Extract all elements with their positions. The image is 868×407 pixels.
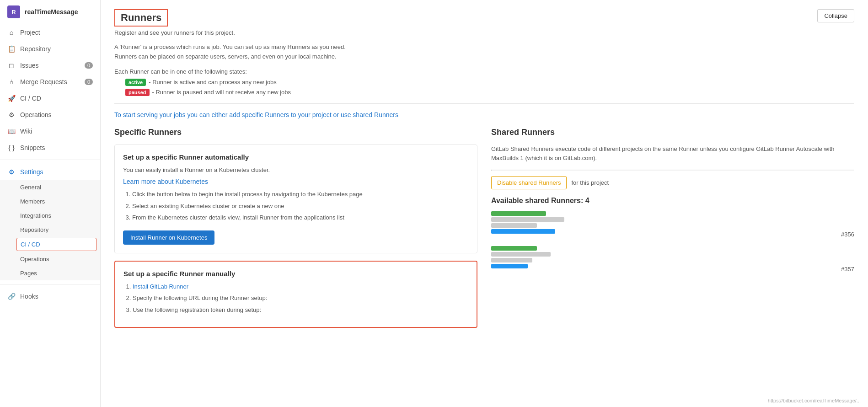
- runner-entry-356: #356: [491, 211, 854, 238]
- desc-line1: A 'Runner' is a process which runs a job…: [114, 43, 854, 52]
- subtitle: Register and see your runners for this p…: [114, 29, 854, 36]
- manual-step-2: Specify the following URL during the Run…: [133, 294, 468, 303]
- auto-steps-list: Click the button below to begin the inst…: [123, 190, 469, 222]
- rocket-icon: 🚀: [7, 94, 16, 102]
- sidebar-item-label: Settings: [20, 168, 43, 176]
- sidebar-item-settings[interactable]: ⚙ Settings: [0, 164, 100, 180]
- sidebar-header: R realTimeMessage: [0, 0, 100, 24]
- page-header: Runners Collapse: [114, 9, 854, 27]
- state-active-item: active - Runner is active and can proces…: [125, 79, 854, 86]
- sidebar-sub-ci-cd[interactable]: CI / CD: [16, 238, 96, 251]
- sidebar-sub-menu: General Members Integrations Repository …: [0, 180, 100, 280]
- sidebar-nav: ⌂ Project 📋 Repository ◻ Issues 0 ⑃ Merg…: [0, 24, 100, 407]
- sidebar-item-issues[interactable]: ◻ Issues 0: [0, 57, 100, 74]
- runner-bar-gray1: [491, 217, 564, 222]
- paused-badge: paused: [125, 89, 150, 96]
- two-column-layout: Specific Runners Set up a specific Runne…: [114, 128, 854, 336]
- shared-runners-col: Shared Runners GitLab Shared Runners exe…: [491, 128, 854, 336]
- bottom-link: https://bitbucket.com/realTimeMessage/..…: [768, 398, 861, 403]
- description: A 'Runner' is a process which runs a job…: [114, 43, 854, 62]
- auto-step-1: Click the button below to begin the inst…: [132, 190, 469, 199]
- auto-card-desc: You can easily install a Runner on a Kub…: [123, 166, 469, 175]
- sidebar-sub-repository[interactable]: Repository: [0, 223, 100, 237]
- sidebar-item-label: Snippets: [20, 144, 45, 151]
- sidebar-item-label: Repository: [20, 45, 51, 53]
- collapse-button[interactable]: Collapse: [817, 9, 854, 22]
- runner-entry-row-356: #356: [491, 211, 854, 238]
- sidebar-item-label: Project: [20, 29, 40, 36]
- sidebar-item-wiki[interactable]: 📖 Wiki: [0, 123, 100, 139]
- sidebar-item-project[interactable]: ⌂ Project: [0, 24, 100, 41]
- divider2: [0, 284, 100, 284]
- sidebar-item-label: Wiki: [20, 128, 32, 135]
- sidebar-item-merge-requests[interactable]: ⑃ Merge Requests 0: [0, 74, 100, 90]
- sidebar-item-label: Operations: [20, 111, 51, 118]
- sidebar-sub-integrations[interactable]: Integrations: [0, 209, 100, 223]
- runner-id-356: #356: [841, 231, 854, 238]
- sidebar-item-label: Hooks: [20, 293, 38, 300]
- manual-step-3: Use the following registration token dur…: [133, 305, 468, 315]
- install-gitlab-runner-link[interactable]: Install GitLab Runner: [133, 283, 188, 290]
- runner-bars-357: [491, 246, 551, 270]
- sidebar-item-repository[interactable]: 📋 Repository: [0, 41, 100, 57]
- page-title: Runners: [114, 9, 168, 27]
- project-name: realTimeMessage: [25, 8, 78, 16]
- auto-step-2: Select an existing Kubernetes cluster or…: [132, 202, 469, 211]
- desc-line2: Runners can be placed on separate users,…: [114, 52, 854, 62]
- operations-icon: ⚙: [7, 111, 16, 119]
- runner-entry-row-357: #357: [491, 246, 854, 273]
- manual-steps-list: Install GitLab Runner Specify the follow…: [123, 282, 468, 315]
- sidebar-sub-members[interactable]: Members: [0, 194, 100, 209]
- runner-entry-357: #357: [491, 246, 854, 273]
- book-icon: 📋: [7, 45, 16, 53]
- shared-runners-desc: GitLab Shared Runners execute code of di…: [491, 145, 854, 164]
- runner-bar-blue: [491, 229, 555, 234]
- sidebar-item-snippets[interactable]: { } Snippets: [0, 139, 100, 156]
- auto-step-3: From the Kubernetes cluster details view…: [132, 213, 469, 222]
- section-divider: [114, 103, 854, 104]
- sidebar-sub-general[interactable]: General: [0, 180, 100, 194]
- runner-id-357: #357: [841, 266, 854, 273]
- issues-badge: 0: [85, 62, 93, 69]
- snippets-icon: { }: [7, 144, 16, 152]
- manual-card-title: Set up a specific Runner manually: [123, 270, 468, 278]
- home-icon: ⌂: [7, 28, 16, 37]
- shared-divider: [491, 170, 854, 171]
- state-paused-item: paused - Runner is paused and will not r…: [125, 89, 854, 96]
- sidebar-item-hooks[interactable]: 🔗 Hooks: [0, 288, 100, 305]
- auto-runner-card: Set up a specific Runner automatically Y…: [114, 145, 477, 253]
- sidebar-sub-operations[interactable]: Operations: [0, 252, 100, 266]
- avatar: R: [7, 5, 20, 18]
- sidebar-sub-pages[interactable]: Pages: [0, 266, 100, 280]
- runner-bars-356: [491, 211, 564, 235]
- kubernetes-link[interactable]: Learn more about Kubernetes: [123, 178, 208, 185]
- hook-icon: 🔗: [7, 292, 16, 300]
- gear-icon: ⚙: [7, 168, 16, 176]
- merge-badge: 0: [85, 79, 93, 85]
- main-content: Runners Collapse Register and see your r…: [101, 0, 868, 407]
- wiki-icon: 📖: [7, 127, 16, 135]
- manual-step-1: Install GitLab Runner: [133, 282, 468, 291]
- install-runner-button[interactable]: Install Runner on Kubernetes: [123, 230, 214, 245]
- paused-desc: - Runner is paused and will not receive …: [152, 89, 291, 96]
- disable-label: for this project: [571, 179, 609, 186]
- sidebar: R realTimeMessage ⌂ Project 📋 Repository…: [0, 0, 101, 407]
- sidebar-item-label: CI / CD: [20, 95, 41, 102]
- disable-shared-runners-button[interactable]: Disable shared Runners: [491, 176, 567, 189]
- auto-card-title: Set up a specific Runner automatically: [123, 153, 469, 161]
- states-title: Each Runner can be in one of the followi…: [114, 68, 854, 75]
- active-badge: active: [125, 79, 146, 86]
- disable-row: Disable shared Runners for this project: [491, 176, 854, 189]
- state-list: active - Runner is active and can proces…: [114, 79, 854, 96]
- specific-runners-title: Specific Runners: [114, 128, 477, 137]
- runner-bar-blue2: [491, 264, 528, 268]
- sidebar-item-operations[interactable]: ⚙ Operations: [0, 107, 100, 123]
- active-desc: - Runner is active and can process any n…: [149, 79, 277, 86]
- sidebar-item-label: Merge Requests: [20, 78, 67, 86]
- sidebar-item-ci-cd[interactable]: 🚀 CI / CD: [0, 90, 100, 107]
- manual-runner-card: Set up a specific Runner manually Instal…: [114, 261, 477, 328]
- states-section: Each Runner can be in one of the followi…: [114, 68, 854, 96]
- runner-bar-gray4: [491, 258, 532, 262]
- shared-runners-title: Shared Runners: [491, 128, 854, 137]
- promo-text: To start serving your jobs you can eithe…: [114, 111, 854, 118]
